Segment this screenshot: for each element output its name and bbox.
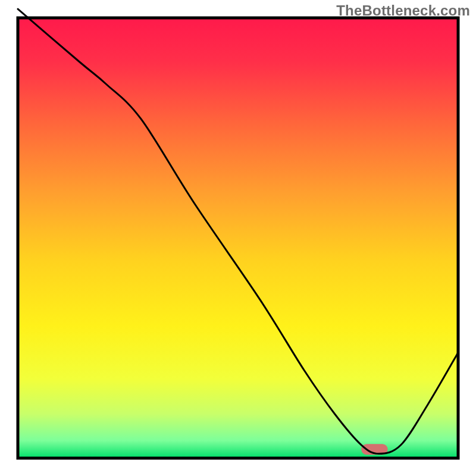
watermark-text: TheBottleneck.com xyxy=(336,2,470,19)
plot-background xyxy=(18,18,458,458)
chart-stage: TheBottleneck.com xyxy=(0,0,476,476)
bottleneck-chart xyxy=(0,0,476,476)
